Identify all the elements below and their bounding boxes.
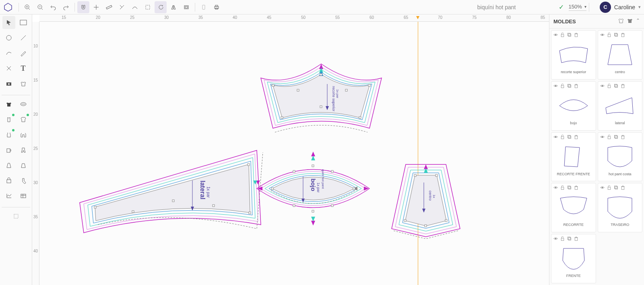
trash-icon[interactable] bbox=[574, 32, 579, 39]
curve-tool[interactable] bbox=[2, 47, 15, 59]
duplicate-icon[interactable] bbox=[567, 185, 572, 191]
zoom-out-button[interactable] bbox=[34, 1, 46, 13]
rectangle-tool[interactable] bbox=[17, 16, 30, 29]
shirt-outline-icon[interactable] bbox=[618, 18, 624, 25]
canvas-area[interactable]: 152025303540455055606570758085 101520253… bbox=[32, 14, 549, 285]
seam-allowance-button[interactable] bbox=[180, 1, 192, 13]
trash-icon[interactable] bbox=[620, 185, 625, 191]
piece-bojo[interactable]: bojo 1x par quíni hot pant bbox=[253, 148, 374, 229]
lock-icon[interactable] bbox=[607, 134, 612, 141]
visibility-icon[interactable] bbox=[553, 236, 558, 242]
cut-button[interactable] bbox=[116, 1, 128, 13]
transform-button[interactable] bbox=[142, 1, 154, 13]
layers-button[interactable] bbox=[198, 1, 210, 13]
visibility-icon[interactable] bbox=[600, 185, 605, 191]
visibility-icon[interactable] bbox=[600, 83, 605, 90]
print-button[interactable] bbox=[211, 1, 223, 13]
user-menu[interactable]: C Caroline ▾ bbox=[600, 2, 641, 13]
crop-tool[interactable] bbox=[10, 210, 23, 223]
dress-tool[interactable] bbox=[2, 159, 15, 172]
molde-card[interactable]: lateral bbox=[598, 81, 643, 131]
trash-icon[interactable] bbox=[620, 83, 625, 90]
select-tool[interactable] bbox=[2, 16, 15, 29]
lock-icon[interactable] bbox=[560, 134, 565, 141]
trash-icon[interactable] bbox=[574, 236, 579, 242]
snap-magnet-button[interactable] bbox=[77, 1, 89, 13]
molde-card[interactable]: centro bbox=[598, 30, 643, 80]
jacket-tool[interactable] bbox=[17, 128, 30, 141]
trash-icon[interactable] bbox=[620, 134, 625, 141]
molde-card[interactable]: RECORRTE bbox=[551, 183, 596, 232]
redo-button[interactable] bbox=[60, 1, 72, 13]
sock-tool[interactable] bbox=[17, 174, 30, 187]
lock-icon[interactable] bbox=[607, 185, 612, 191]
zoom-in-button[interactable] bbox=[21, 1, 33, 13]
molde-card[interactable]: hot pant costa bbox=[598, 132, 643, 182]
tape-measure-tool[interactable] bbox=[17, 98, 30, 111]
piece-lateral[interactable]: lateral 1x par bbox=[72, 148, 277, 241]
pencil-tool[interactable] bbox=[17, 47, 30, 59]
ellipse-tool[interactable] bbox=[2, 31, 15, 44]
camera-tool[interactable] bbox=[2, 77, 15, 90]
lock-icon[interactable] bbox=[560, 185, 565, 191]
duplicate-icon[interactable] bbox=[613, 83, 619, 90]
table-tool[interactable] bbox=[17, 189, 30, 202]
visibility-icon[interactable] bbox=[553, 83, 558, 90]
visibility-icon[interactable] bbox=[600, 32, 605, 39]
visibility-icon[interactable] bbox=[600, 134, 605, 141]
molde-preview bbox=[553, 91, 594, 120]
rotate-button[interactable] bbox=[155, 1, 167, 13]
shirt-filled-icon[interactable] bbox=[627, 18, 633, 25]
trash-icon[interactable] bbox=[574, 83, 579, 90]
vest-tool[interactable] bbox=[2, 113, 15, 126]
graph-tool[interactable] bbox=[2, 189, 15, 202]
line-tool[interactable] bbox=[17, 31, 30, 44]
shirt-outline-tool[interactable] bbox=[17, 77, 30, 90]
sleeve-tool[interactable] bbox=[17, 113, 30, 126]
tank-tool[interactable] bbox=[2, 128, 15, 141]
pants-tool[interactable] bbox=[17, 144, 30, 156]
mug-tool[interactable] bbox=[2, 144, 15, 156]
visibility-icon[interactable] bbox=[553, 134, 558, 141]
chevron-up-icon[interactable]: ⌃ bbox=[636, 18, 640, 25]
trash-icon[interactable] bbox=[574, 134, 579, 141]
duplicate-icon[interactable] bbox=[613, 134, 619, 141]
duplicate-icon[interactable] bbox=[613, 32, 619, 39]
undo-button[interactable] bbox=[47, 1, 59, 13]
mirror-button[interactable] bbox=[167, 1, 180, 13]
visibility-icon[interactable] bbox=[553, 185, 558, 191]
lock-icon[interactable] bbox=[560, 83, 565, 90]
duplicate-icon[interactable] bbox=[567, 83, 572, 90]
molde-label: centro bbox=[600, 70, 641, 74]
molde-card[interactable]: TRASEIRO bbox=[598, 183, 643, 232]
measure-button[interactable] bbox=[103, 1, 115, 13]
duplicate-icon[interactable] bbox=[567, 236, 572, 242]
canvas[interactable]: recorte superior 1x par bbox=[39, 22, 549, 285]
molde-card[interactable]: recorte superior bbox=[551, 30, 596, 80]
molde-card[interactable]: RECORTE FRENTE bbox=[551, 132, 596, 182]
piece-recorte-superior[interactable]: recorte superior 1x par bbox=[253, 62, 390, 142]
skirt-tool[interactable] bbox=[17, 159, 30, 172]
lock-icon[interactable] bbox=[560, 236, 565, 242]
bag-tool[interactable] bbox=[2, 174, 15, 187]
zoom-select[interactable]: 150% ▾ bbox=[569, 4, 586, 11]
piece-centro[interactable]: centro 1x bbox=[386, 158, 466, 243]
duplicate-icon[interactable] bbox=[613, 185, 619, 191]
visibility-icon[interactable] bbox=[553, 32, 558, 39]
lock-icon[interactable] bbox=[560, 32, 565, 39]
add-point-button[interactable] bbox=[90, 1, 102, 13]
molde-card[interactable]: FRENTE bbox=[551, 234, 596, 283]
curve-button[interactable] bbox=[129, 1, 141, 13]
lock-icon[interactable] bbox=[607, 32, 612, 39]
duplicate-icon[interactable] bbox=[567, 134, 572, 141]
duplicate-icon[interactable] bbox=[567, 32, 572, 39]
delete-tool[interactable] bbox=[2, 62, 15, 75]
pattern-piece-tool[interactable] bbox=[2, 98, 15, 111]
trash-icon[interactable] bbox=[574, 185, 579, 191]
text-tool[interactable]: T bbox=[17, 62, 30, 75]
molde-card[interactable]: bojo bbox=[551, 81, 596, 131]
document-title-input[interactable] bbox=[444, 4, 549, 10]
trash-icon[interactable] bbox=[620, 32, 625, 39]
vertical-guide[interactable] bbox=[418, 22, 418, 285]
lock-icon[interactable] bbox=[607, 83, 612, 90]
